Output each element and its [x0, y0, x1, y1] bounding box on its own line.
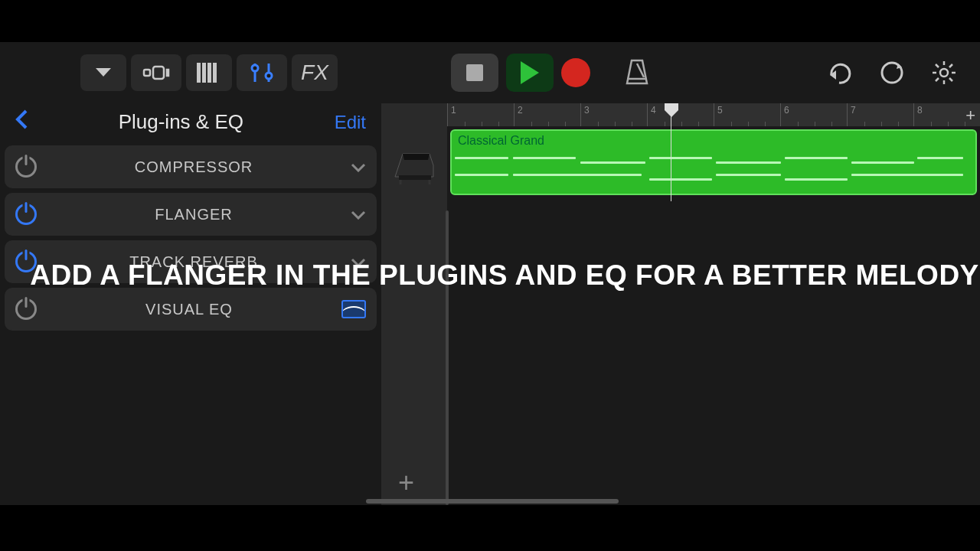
svg-rect-6	[213, 63, 217, 83]
edit-button[interactable]: Edit	[335, 112, 366, 133]
keyboard-button[interactable]	[186, 54, 232, 91]
chevron-down-icon[interactable]	[351, 158, 366, 176]
plugin-label: VISUAL EQ	[37, 301, 341, 318]
play-button[interactable]	[506, 54, 554, 92]
view-dropdown-button[interactable]	[80, 54, 126, 91]
svg-rect-0	[144, 70, 150, 76]
add-track-button[interactable]: +	[398, 467, 414, 499]
undo-button[interactable]	[827, 60, 853, 86]
instrument-piano-icon[interactable]	[389, 140, 439, 190]
timeline-ruler[interactable]: 1 2 3 4 5 6 7	[447, 103, 980, 126]
bar-number: 1	[451, 105, 456, 116]
power-icon[interactable]	[15, 298, 37, 320]
add-section-button[interactable]: +	[965, 106, 975, 126]
top-toolbar: FX	[0, 42, 980, 103]
region-label: Classical Grand	[458, 134, 969, 148]
bar-number: 4	[651, 105, 656, 116]
eq-curve-icon[interactable]	[341, 300, 366, 318]
power-icon[interactable]	[15, 204, 37, 225]
svg-rect-4	[202, 63, 206, 83]
svg-rect-5	[207, 63, 211, 83]
svg-rect-2	[167, 70, 168, 76]
plugin-label: FLANGER	[37, 206, 351, 223]
panel-title: Plug-ins & EQ	[119, 110, 243, 134]
svg-rect-3	[197, 63, 201, 83]
back-button[interactable]	[15, 109, 28, 135]
track-view-button[interactable]	[131, 54, 181, 91]
svg-rect-11	[466, 64, 483, 81]
loop-button[interactable]	[880, 60, 904, 86]
svg-point-8	[252, 65, 258, 71]
timeline-area: + 1 2 3 4 5 6	[381, 103, 980, 505]
svg-rect-16	[399, 175, 431, 180]
metronome-button[interactable]	[624, 57, 650, 88]
bar-number: 2	[518, 105, 523, 116]
midi-region[interactable]: Classical Grand	[450, 129, 977, 195]
chevron-down-icon[interactable]	[351, 206, 366, 223]
stop-button[interactable]	[451, 54, 498, 92]
plugin-row-visual-eq[interactable]: VISUAL EQ	[5, 288, 377, 331]
bar-number: 6	[784, 105, 789, 116]
plugin-row-compressor[interactable]: COMPRESSOR	[5, 145, 377, 188]
svg-rect-1	[153, 67, 164, 79]
overlay-caption: ADD A FLANGER IN THE PLUGINS AND EQ FOR …	[0, 259, 980, 292]
svg-point-15	[940, 69, 948, 77]
bar-number: 8	[917, 105, 923, 116]
vertical-scrollbar[interactable]	[446, 210, 449, 505]
bar-number: 5	[717, 105, 723, 116]
record-icon	[561, 58, 590, 87]
record-button[interactable]	[561, 58, 590, 87]
bar-number: 3	[584, 105, 590, 116]
horizontal-scrollbar[interactable]	[366, 499, 619, 504]
controls-button[interactable]	[237, 54, 287, 91]
settings-button[interactable]	[931, 60, 957, 86]
plugin-label: COMPRESSOR	[37, 158, 351, 176]
fx-button[interactable]: FX	[292, 54, 338, 91]
power-icon[interactable]	[15, 156, 37, 178]
fx-label: FX	[301, 60, 328, 85]
svg-point-10	[266, 73, 272, 79]
plugin-row-flanger[interactable]: FLANGER	[5, 193, 377, 236]
track-header-column: +	[381, 103, 447, 505]
plugins-panel: Plug-ins & EQ Edit COMPRESSOR FLANGER	[0, 103, 381, 505]
playhead-line	[671, 103, 671, 201]
bar-number: 7	[851, 105, 856, 116]
